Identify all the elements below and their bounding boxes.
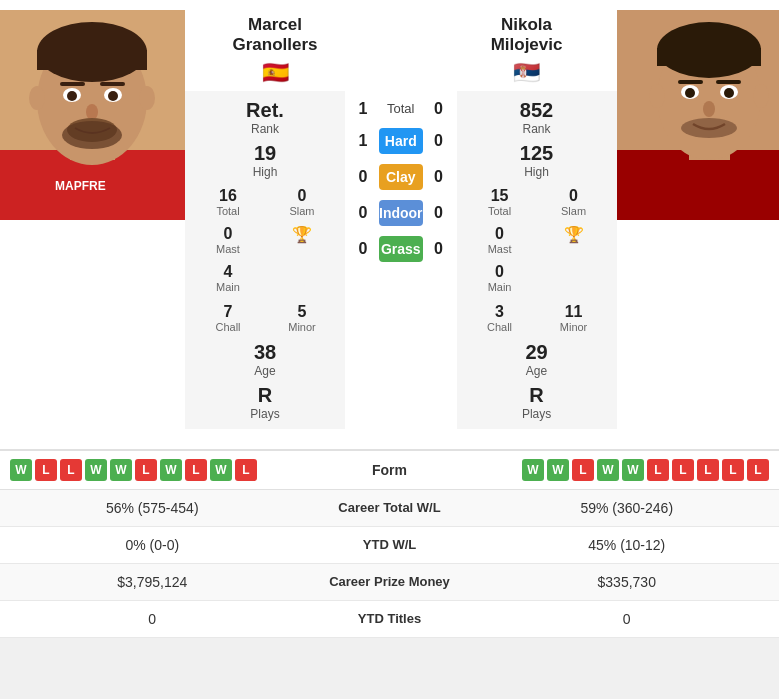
right-plays-block: R Plays — [465, 384, 609, 421]
total-row: 1 Total 0 — [345, 96, 457, 122]
players-header: Marcel Granollers 🇪🇸 Nikola Milojevic 🇷🇸 — [185, 10, 617, 91]
hard-badge: Hard — [379, 128, 423, 154]
svg-point-17 — [139, 86, 155, 110]
right-rank-block: 852 Rank — [465, 99, 609, 136]
right-chall-cell: 3 Chall — [465, 301, 535, 335]
center-match-column: 1 Total 0 1 Hard 0 0 Clay 0 — [345, 91, 457, 429]
bottom-section: W L L W W L W L W L Form W W L W W L L L — [0, 449, 779, 638]
svg-rect-29 — [678, 80, 703, 84]
right-form-8: L — [697, 459, 719, 481]
left-main-cell: 4 Main — [193, 261, 263, 295]
left-slam-cell: 0 Slam — [267, 185, 337, 219]
left-minor-cell: 5 Minor — [267, 301, 337, 335]
left-form-8: L — [185, 459, 207, 481]
svg-point-15 — [62, 121, 122, 149]
left-form-2: L — [35, 459, 57, 481]
prize-money-left: $3,795,124 — [15, 574, 290, 590]
svg-point-32 — [681, 118, 737, 138]
clay-right-score: 0 — [429, 168, 449, 186]
left-trophy-icon: 🏆 — [267, 225, 337, 244]
right-form-4: W — [597, 459, 619, 481]
hard-left-score: 1 — [353, 132, 373, 150]
svg-rect-11 — [60, 82, 85, 86]
left-rank-label: Rank — [193, 122, 337, 136]
left-rank-block: Ret. Rank — [193, 99, 337, 136]
ytd-wl-left: 0% (0-0) — [15, 537, 290, 553]
career-total-label: Career Total W/L — [290, 500, 490, 515]
right-high-block: 125 High — [465, 142, 609, 179]
left-trophy: 🏆 — [267, 223, 337, 257]
left-player-photo: MAPFRE Marcel Granollers — [0, 10, 185, 220]
left-form-4: W — [85, 459, 107, 481]
right-high-value: 125 — [465, 142, 609, 165]
indoor-row: 0 Indoor 0 — [345, 196, 457, 230]
right-form-10: L — [747, 459, 769, 481]
left-high-block: 19 High — [193, 142, 337, 179]
svg-rect-24 — [657, 48, 761, 66]
ytd-titles-label: YTD Titles — [290, 611, 490, 626]
left-plays-value: R — [193, 384, 337, 407]
career-total-left: 56% (575-454) — [15, 500, 290, 516]
form-badges-left: W L L W W L W L W L — [10, 459, 330, 481]
ytd-wl-label: YTD W/L — [290, 537, 490, 552]
svg-point-34 — [753, 84, 769, 108]
svg-point-9 — [67, 91, 77, 101]
total-label: Total — [373, 101, 429, 116]
prize-money-right: $335,730 — [490, 574, 765, 590]
left-stats-grid2: 7 Chall 5 Minor — [193, 301, 337, 335]
left-age-label: Age — [193, 364, 337, 378]
right-minor-cell: 11 Minor — [539, 301, 609, 335]
right-plays-value: R — [465, 384, 609, 407]
right-plays-label: Plays — [465, 407, 609, 421]
left-form-3: L — [60, 459, 82, 481]
total-right-score: 0 — [429, 100, 449, 118]
career-total-row: 56% (575-454) Career Total W/L 59% (360-… — [0, 490, 779, 527]
ytd-wl-row: 0% (0-0) YTD W/L 45% (10-12) — [0, 527, 779, 564]
left-mast-cell: 0 Mast — [193, 223, 263, 257]
left-age-block: 38 Age — [193, 341, 337, 378]
left-rank-value: Ret. — [193, 99, 337, 122]
right-trophy: 🏆 — [539, 223, 609, 257]
hard-right-score: 0 — [429, 132, 449, 150]
svg-point-31 — [703, 101, 715, 117]
svg-rect-30 — [716, 80, 741, 84]
left-player-name: Marcel Granollers — [195, 15, 355, 56]
right-player-photo: Nikola Milojevic — [617, 10, 779, 220]
right-form-7: L — [672, 459, 694, 481]
left-form-1: W — [10, 459, 32, 481]
svg-rect-20 — [617, 150, 779, 220]
left-stats-column: Ret. Rank 19 High 16 Total 0 — [185, 91, 345, 429]
left-player-name-block: Marcel Granollers 🇪🇸 — [195, 15, 355, 86]
left-form-7: W — [160, 459, 182, 481]
svg-point-27 — [685, 88, 695, 98]
grass-row: 0 Grass 0 — [345, 232, 457, 266]
prize-money-label: Career Prize Money — [290, 574, 490, 589]
right-stats-grid: 15 Total 0 Slam 0 Mast 🏆 — [465, 185, 609, 295]
right-player-name-block: Nikola Milojevic 🇷🇸 — [447, 15, 607, 86]
left-age-value: 38 — [193, 341, 337, 364]
left-total-cell: 16 Total — [193, 185, 263, 219]
grass-badge: Grass — [379, 236, 423, 262]
grass-left-score: 0 — [353, 240, 373, 258]
right-form-1: W — [522, 459, 544, 481]
svg-text:MAPFRE: MAPFRE — [55, 179, 106, 193]
stats-area: Ret. Rank 19 High 16 Total 0 — [185, 91, 617, 429]
right-age-label: Age — [465, 364, 609, 378]
left-player-flag: 🇪🇸 — [195, 60, 355, 86]
left-high-label: High — [193, 165, 337, 179]
left-stats-grid: 16 Total 0 Slam 0 Mast 🏆 — [193, 185, 337, 295]
left-high-value: 19 — [193, 142, 337, 165]
career-total-right: 59% (360-246) — [490, 500, 765, 516]
right-rank-value: 852 — [465, 99, 609, 122]
indoor-badge: Indoor — [379, 200, 423, 226]
right-form-3: L — [572, 459, 594, 481]
svg-point-16 — [29, 86, 45, 110]
right-player-name: Nikola Milojevic — [447, 15, 607, 56]
prize-money-row: $3,795,124 Career Prize Money $335,730 — [0, 564, 779, 601]
top-section: MAPFRE Marcel Granollers Marcel Granolle… — [0, 0, 779, 439]
svg-point-33 — [649, 84, 665, 108]
right-form-6: L — [647, 459, 669, 481]
right-total-cell: 15 Total — [465, 185, 535, 219]
hard-row: 1 Hard 0 — [345, 124, 457, 158]
left-form-5: W — [110, 459, 132, 481]
